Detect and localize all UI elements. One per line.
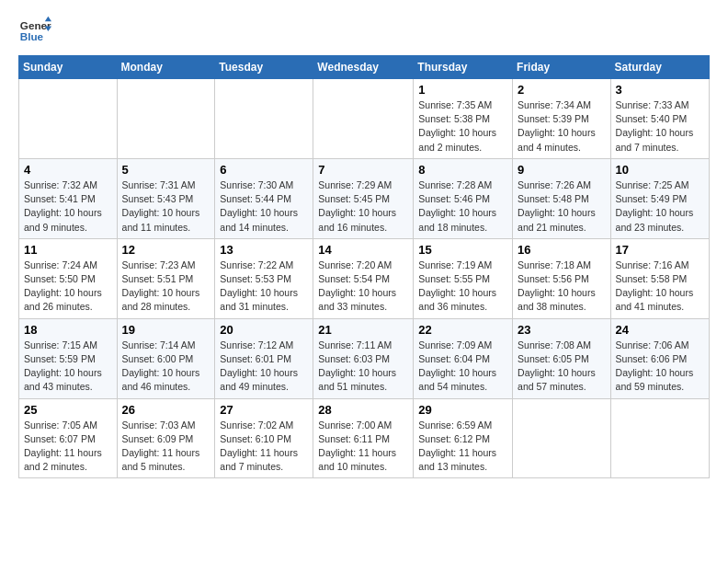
calendar-cell: 15Sunrise: 7:19 AM Sunset: 5:55 PM Dayli… — [414, 238, 513, 318]
day-info: Sunrise: 7:06 AM Sunset: 6:06 PM Dayligh… — [616, 339, 704, 395]
week-row-1: 1Sunrise: 7:35 AM Sunset: 5:38 PM Daylig… — [19, 79, 710, 159]
column-header-thursday: Thursday — [414, 56, 513, 79]
day-info: Sunrise: 7:25 AM Sunset: 5:49 PM Dayligh… — [616, 178, 704, 235]
calendar-cell: 19Sunrise: 7:14 AM Sunset: 6:00 PM Dayli… — [117, 318, 215, 398]
day-number: 11 — [24, 243, 112, 257]
day-info: Sunrise: 7:02 AM Sunset: 6:10 PM Dayligh… — [220, 419, 308, 475]
calendar-cell: 22Sunrise: 7:09 AM Sunset: 6:04 PM Dayli… — [414, 318, 513, 398]
day-number: 15 — [418, 243, 507, 257]
week-row-5: 25Sunrise: 7:05 AM Sunset: 6:07 PM Dayli… — [19, 398, 710, 478]
calendar-cell: 23Sunrise: 7:08 AM Sunset: 6:05 PM Dayli… — [513, 318, 611, 398]
week-row-3: 11Sunrise: 7:24 AM Sunset: 5:50 PM Dayli… — [19, 238, 710, 318]
day-info: Sunrise: 7:19 AM Sunset: 5:55 PM Dayligh… — [418, 259, 507, 315]
day-info: Sunrise: 7:00 AM Sunset: 6:11 PM Dayligh… — [318, 419, 408, 475]
column-header-monday: Monday — [117, 56, 215, 79]
day-number: 19 — [122, 323, 210, 337]
calendar-cell — [513, 398, 611, 478]
day-number: 5 — [122, 163, 210, 177]
calendar-cell — [610, 398, 709, 478]
calendar-cell: 29Sunrise: 6:59 AM Sunset: 6:12 PM Dayli… — [414, 398, 513, 478]
calendar-cell: 13Sunrise: 7:22 AM Sunset: 5:53 PM Dayli… — [215, 238, 313, 318]
day-info: Sunrise: 7:26 AM Sunset: 5:48 PM Dayligh… — [518, 178, 606, 235]
day-info: Sunrise: 7:12 AM Sunset: 6:01 PM Dayligh… — [220, 339, 308, 395]
week-row-2: 4Sunrise: 7:32 AM Sunset: 5:41 PM Daylig… — [19, 158, 710, 238]
calendar-cell: 25Sunrise: 7:05 AM Sunset: 6:07 PM Dayli… — [19, 398, 118, 478]
day-info: Sunrise: 7:16 AM Sunset: 5:58 PM Dayligh… — [616, 259, 704, 315]
day-number: 28 — [318, 403, 408, 417]
day-number: 21 — [318, 323, 408, 337]
calendar-cell: 3Sunrise: 7:33 AM Sunset: 5:40 PM Daylig… — [610, 79, 709, 159]
day-info: Sunrise: 7:15 AM Sunset: 5:59 PM Dayligh… — [24, 339, 112, 395]
day-number: 17 — [616, 243, 704, 257]
calendar-cell: 20Sunrise: 7:12 AM Sunset: 6:01 PM Dayli… — [215, 318, 313, 398]
day-info: Sunrise: 7:08 AM Sunset: 6:05 PM Dayligh… — [518, 339, 606, 395]
day-number: 12 — [122, 243, 210, 257]
calendar-cell: 1Sunrise: 7:35 AM Sunset: 5:38 PM Daylig… — [414, 79, 513, 159]
day-info: Sunrise: 7:09 AM Sunset: 6:04 PM Dayligh… — [418, 339, 507, 395]
calendar-cell: 7Sunrise: 7:29 AM Sunset: 5:45 PM Daylig… — [313, 158, 414, 238]
day-number: 24 — [616, 323, 704, 337]
day-number: 2 — [518, 83, 606, 97]
calendar-cell: 28Sunrise: 7:00 AM Sunset: 6:11 PM Dayli… — [313, 398, 414, 478]
calendar-cell: 17Sunrise: 7:16 AM Sunset: 5:58 PM Dayli… — [610, 238, 709, 318]
column-header-friday: Friday — [513, 56, 611, 79]
calendar-cell: 26Sunrise: 7:03 AM Sunset: 6:09 PM Dayli… — [117, 398, 215, 478]
calendar-cell: 27Sunrise: 7:02 AM Sunset: 6:10 PM Dayli… — [215, 398, 313, 478]
day-info: Sunrise: 7:29 AM Sunset: 5:45 PM Dayligh… — [318, 178, 408, 235]
calendar-cell: 21Sunrise: 7:11 AM Sunset: 6:03 PM Dayli… — [313, 318, 414, 398]
day-number: 4 — [24, 163, 112, 177]
day-info: Sunrise: 7:35 AM Sunset: 5:38 PM Dayligh… — [418, 98, 507, 155]
calendar-cell: 10Sunrise: 7:25 AM Sunset: 5:49 PM Dayli… — [610, 158, 709, 238]
calendar-cell: 24Sunrise: 7:06 AM Sunset: 6:06 PM Dayli… — [610, 318, 709, 398]
day-info: Sunrise: 7:03 AM Sunset: 6:09 PM Dayligh… — [122, 419, 210, 475]
calendar-cell: 6Sunrise: 7:30 AM Sunset: 5:44 PM Daylig… — [215, 158, 313, 238]
day-number: 8 — [418, 163, 507, 177]
day-info: Sunrise: 7:14 AM Sunset: 6:00 PM Dayligh… — [122, 339, 210, 395]
calendar-cell: 2Sunrise: 7:34 AM Sunset: 5:39 PM Daylig… — [513, 79, 611, 159]
day-number: 23 — [518, 323, 606, 337]
day-info: Sunrise: 7:32 AM Sunset: 5:41 PM Dayligh… — [24, 178, 112, 235]
calendar-header-row: SundayMondayTuesdayWednesdayThursdayFrid… — [19, 56, 710, 79]
page-header: General Blue — [18, 15, 710, 48]
column-header-wednesday: Wednesday — [313, 56, 414, 79]
day-number: 20 — [220, 323, 308, 337]
day-number: 7 — [318, 163, 408, 177]
calendar-cell: 9Sunrise: 7:26 AM Sunset: 5:48 PM Daylig… — [513, 158, 611, 238]
day-number: 13 — [220, 243, 308, 257]
day-number: 1 — [418, 83, 507, 97]
day-info: Sunrise: 7:23 AM Sunset: 5:51 PM Dayligh… — [122, 259, 210, 315]
day-info: Sunrise: 7:33 AM Sunset: 5:40 PM Dayligh… — [616, 98, 704, 155]
logo: General Blue — [18, 15, 55, 48]
calendar-cell: 4Sunrise: 7:32 AM Sunset: 5:41 PM Daylig… — [19, 158, 118, 238]
day-info: Sunrise: 7:30 AM Sunset: 5:44 PM Dayligh… — [220, 178, 308, 235]
svg-text:Blue: Blue — [20, 30, 44, 42]
day-number: 26 — [122, 403, 210, 417]
calendar-cell: 16Sunrise: 7:18 AM Sunset: 5:56 PM Dayli… — [513, 238, 611, 318]
day-number: 25 — [24, 403, 112, 417]
day-info: Sunrise: 7:34 AM Sunset: 5:39 PM Dayligh… — [518, 98, 606, 155]
calendar-cell: 12Sunrise: 7:23 AM Sunset: 5:51 PM Dayli… — [117, 238, 215, 318]
day-number: 3 — [616, 83, 704, 97]
calendar-cell — [215, 79, 313, 159]
column-header-tuesday: Tuesday — [215, 56, 313, 79]
day-info: Sunrise: 7:18 AM Sunset: 5:56 PM Dayligh… — [518, 259, 606, 315]
week-row-4: 18Sunrise: 7:15 AM Sunset: 5:59 PM Dayli… — [19, 318, 710, 398]
day-info: Sunrise: 7:24 AM Sunset: 5:50 PM Dayligh… — [24, 259, 112, 315]
day-info: Sunrise: 6:59 AM Sunset: 6:12 PM Dayligh… — [418, 419, 507, 475]
calendar-cell — [19, 79, 118, 159]
calendar-cell — [313, 79, 414, 159]
day-number: 10 — [616, 163, 704, 177]
column-header-saturday: Saturday — [610, 56, 709, 79]
logo-icon: General Blue — [18, 15, 51, 48]
day-info: Sunrise: 7:05 AM Sunset: 6:07 PM Dayligh… — [24, 419, 112, 475]
day-info: Sunrise: 7:20 AM Sunset: 5:54 PM Dayligh… — [318, 259, 408, 315]
day-number: 16 — [518, 243, 606, 257]
calendar-cell: 14Sunrise: 7:20 AM Sunset: 5:54 PM Dayli… — [313, 238, 414, 318]
column-header-sunday: Sunday — [19, 56, 118, 79]
day-number: 9 — [518, 163, 606, 177]
day-info: Sunrise: 7:31 AM Sunset: 5:43 PM Dayligh… — [122, 178, 210, 235]
calendar-cell: 11Sunrise: 7:24 AM Sunset: 5:50 PM Dayli… — [19, 238, 118, 318]
calendar-table: SundayMondayTuesdayWednesdayThursdayFrid… — [18, 55, 710, 478]
calendar-cell — [117, 79, 215, 159]
day-info: Sunrise: 7:28 AM Sunset: 5:46 PM Dayligh… — [418, 178, 507, 235]
